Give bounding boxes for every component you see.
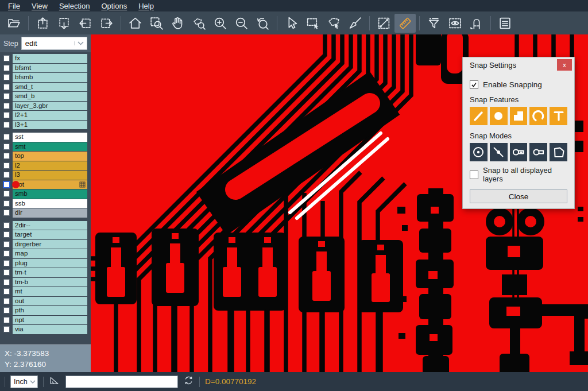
layer-name[interactable]: bfsmt — [13, 64, 87, 73]
step-select[interactable]: edit — [21, 37, 87, 50]
layer-visibility-checkbox[interactable] — [3, 112, 10, 118]
layer-visibility-checkbox[interactable] — [3, 307, 10, 313]
layer-name[interactable]: l3 — [13, 171, 87, 180]
layer-visibility-checkbox[interactable] — [3, 326, 10, 332]
layer-visibility-checkbox[interactable] — [3, 288, 10, 295]
report-icon[interactable] — [494, 14, 516, 33]
paint-brush-icon[interactable] — [345, 14, 366, 33]
layer-visibility-checkbox[interactable] — [3, 144, 10, 150]
layer-visibility-checkbox[interactable] — [3, 172, 10, 178]
layer-visibility-checkbox[interactable] — [3, 260, 10, 266]
layer-name[interactable]: ssb — [13, 199, 87, 208]
layer-visibility-checkbox[interactable] — [3, 93, 10, 99]
layer-visibility-checkbox[interactable] — [3, 134, 10, 140]
layer-visibility-checkbox[interactable] — [3, 103, 10, 109]
layer-visibility-checkbox[interactable] — [3, 210, 10, 216]
layer-visibility-checkbox[interactable] — [3, 55, 10, 61]
menu-view[interactable]: View — [26, 2, 53, 10]
pan-right-icon[interactable] — [96, 14, 117, 33]
layer-name[interactable]: dirgerber — [13, 240, 87, 249]
dialog-titlebar[interactable]: Snap Settings x — [463, 57, 574, 72]
pan-hand-icon[interactable] — [167, 14, 188, 33]
measure-distance-icon[interactable] — [373, 14, 394, 33]
open-folder-icon[interactable] — [3, 14, 25, 33]
layer-name[interactable]: smd_b — [13, 92, 87, 101]
layer-name[interactable]: layer_3.gbr — [13, 102, 87, 111]
zoom-previous-icon[interactable] — [252, 14, 273, 33]
snap-pad-slot-icon[interactable] — [529, 143, 547, 161]
layer-name[interactable]: map — [13, 249, 87, 258]
unit-select[interactable]: Inch — [10, 375, 38, 388]
layer-name[interactable]: top — [13, 152, 87, 161]
filter-icon[interactable] — [423, 14, 444, 33]
layer-name[interactable]: mt — [13, 287, 87, 296]
enable-snapping-checkbox[interactable] — [470, 80, 478, 89]
close-button[interactable]: Close — [470, 189, 567, 203]
snap-pad-slot-filled-icon[interactable] — [510, 143, 528, 161]
layer-visibility-checkbox[interactable] — [3, 191, 10, 197]
snap-line-icon[interactable] — [470, 107, 488, 125]
layer-visibility-checkbox[interactable] — [3, 250, 10, 257]
pan-left-icon[interactable] — [75, 14, 96, 33]
layer-name[interactable]: dir — [13, 208, 87, 218]
layer-name[interactable]: smb — [13, 189, 87, 199]
snap-magnet-icon[interactable] — [466, 14, 487, 33]
snap-text-icon[interactable] — [550, 107, 567, 125]
layer-visibility-checkbox[interactable] — [3, 200, 10, 207]
layer-name[interactable]: 2dir-- — [13, 221, 87, 230]
sync-icon[interactable] — [183, 375, 194, 388]
menu-help[interactable]: Help — [133, 2, 160, 10]
zoom-object-icon[interactable] — [188, 14, 210, 33]
menu-selection[interactable]: Selection — [53, 2, 95, 10]
layer-name[interactable]: bfsmb — [13, 73, 87, 82]
layer-name[interactable]: tm-b — [13, 278, 87, 287]
layer-name[interactable]: plug — [13, 259, 87, 268]
close-icon[interactable]: x — [557, 59, 572, 71]
menu-options[interactable]: Options — [95, 2, 133, 10]
snap-pad-icon[interactable] — [490, 107, 508, 125]
angle-measure-icon[interactable] — [49, 375, 60, 389]
display-options-icon[interactable] — [444, 14, 466, 33]
select-arrow-icon[interactable] — [281, 14, 302, 33]
layer-name[interactable]: l2 — [13, 161, 87, 171]
snap-surface-icon[interactable] — [510, 107, 528, 125]
layer-visibility-checkbox[interactable] — [3, 162, 10, 169]
snap-contour-icon[interactable] — [550, 143, 567, 161]
layer-name[interactable]: sst — [13, 133, 87, 142]
layer-visibility-checkbox[interactable] — [3, 153, 10, 159]
layer-visibility-checkbox[interactable] — [3, 279, 10, 285]
layer-name[interactable]: pth — [13, 306, 87, 315]
layer-visibility-checkbox[interactable] — [3, 241, 10, 247]
layer-visibility-checkbox[interactable] — [3, 65, 10, 71]
layer-visibility-checkbox[interactable] — [3, 181, 10, 188]
ruler-measure-icon[interactable] — [394, 14, 416, 33]
pan-down-icon[interactable] — [53, 14, 75, 33]
zoom-area-icon[interactable] — [146, 14, 167, 33]
pan-up-icon[interactable] — [32, 14, 53, 33]
layer-visibility-checkbox[interactable] — [3, 269, 10, 276]
home-icon[interactable] — [125, 14, 146, 33]
zoom-in-icon[interactable] — [210, 14, 231, 33]
layer-name[interactable]: smd_t — [13, 83, 87, 92]
layer-visibility-checkbox[interactable] — [3, 84, 10, 90]
layer-name[interactable]: fx — [13, 54, 87, 63]
select-rectangle-icon[interactable] — [302, 14, 323, 33]
snap-all-layers-checkbox[interactable] — [470, 171, 478, 179]
layer-visibility-checkbox[interactable] — [3, 74, 10, 80]
snap-point-on-line-icon[interactable] — [490, 143, 508, 161]
zoom-out-icon[interactable] — [231, 14, 252, 33]
layer-visibility-checkbox[interactable] — [3, 317, 10, 323]
layer-name[interactable]: l2+1 — [13, 111, 87, 120]
layer-visibility-checkbox[interactable] — [3, 222, 10, 229]
select-polygon-icon[interactable] — [323, 14, 345, 33]
command-input[interactable] — [65, 375, 178, 388]
layer-visibility-checkbox[interactable] — [3, 122, 10, 128]
layer-name[interactable]: smt — [13, 142, 87, 152]
layer-visibility-checkbox[interactable] — [3, 298, 10, 304]
layer-name[interactable]: bot — [13, 180, 87, 189]
snap-arc-icon[interactable] — [529, 107, 547, 125]
layer-name[interactable]: out — [13, 297, 87, 306]
layer-name[interactable]: tm-t — [13, 268, 87, 277]
layer-name[interactable]: via — [13, 325, 87, 334]
layer-name[interactable]: target — [13, 230, 87, 239]
